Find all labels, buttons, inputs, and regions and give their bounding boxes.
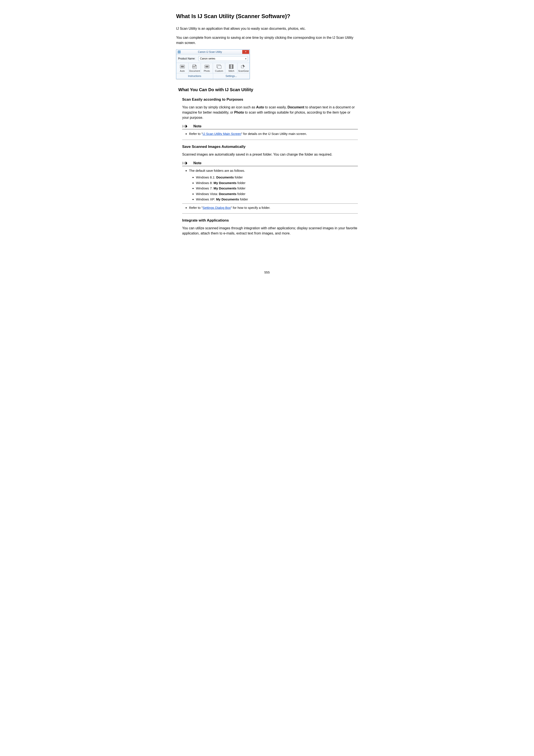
photo-icon	[204, 64, 210, 69]
t: " for how to specify a folder.	[231, 206, 270, 209]
scangear-icon	[241, 64, 246, 69]
section-heading: What You Can Do with IJ Scan Utility	[178, 87, 358, 92]
photo-label: Photo	[201, 69, 213, 72]
auto-label: Auto	[177, 69, 188, 72]
link-settings-dialog[interactable]: Settings Dialog Box	[203, 206, 231, 209]
note-block-2: Note The default save folders are as fol…	[182, 161, 358, 214]
document-button[interactable]: Document	[189, 63, 201, 73]
instructions-button[interactable]: Instructions	[176, 73, 213, 79]
sub-heading-integrate: Integrate with Applications	[182, 218, 358, 223]
os-folder-item: Windows 8: My Documents folder	[196, 180, 358, 186]
link-main-screen[interactable]: IJ Scan Utility Main Screen	[203, 132, 241, 136]
note-block-1: Note Refer to "IJ Scan Utility Main Scre…	[182, 124, 358, 140]
sub-heading-scan-easily: Scan Easily according to Purposes	[182, 97, 358, 102]
svg-marker-3	[182, 161, 184, 165]
page-number: 555	[176, 270, 358, 274]
note-title: Note	[193, 124, 202, 128]
intro-p2: You can complete from scanning to saving…	[176, 35, 358, 45]
titlebar: Canon IJ Scan Utility ×	[176, 50, 249, 55]
product-label: Product Name:	[178, 57, 198, 60]
settings-button[interactable]: Settings...	[213, 73, 250, 79]
t: to scan easily,	[264, 105, 288, 109]
window-title: Canon IJ Scan Utility	[178, 50, 242, 53]
stitch-icon	[228, 64, 234, 69]
chevron-down-icon: ▾	[245, 58, 246, 60]
auto-button[interactable]: Auto	[176, 63, 189, 73]
sec3-p: You can utilize scanned images through i…	[182, 226, 358, 236]
svg-marker-4	[184, 161, 186, 165]
stitch-label: Stitch	[226, 69, 237, 72]
stitch-button[interactable]: Stitch	[225, 63, 238, 73]
os-folder-item: Windows 7: My Documents folder	[196, 186, 358, 191]
chevrons-icon	[182, 124, 192, 128]
t: " for details on the IJ Scan Utility mai…	[241, 132, 307, 136]
note-intro: The default save folders are as follows.	[189, 168, 358, 174]
note-title: Note	[193, 161, 202, 165]
bottom-row: Instructions Settings...	[176, 73, 249, 79]
sec2-p: Scanned images are automatically saved i…	[182, 152, 358, 157]
scangear-button[interactable]: ScanGear	[238, 63, 249, 73]
auto-icon	[179, 64, 185, 69]
svg-marker-2	[186, 124, 187, 128]
chevrons-icon	[182, 161, 192, 165]
product-value: Canon series	[200, 57, 215, 60]
os-folder-item: Windows 8.1: Documents folder	[196, 175, 358, 180]
t: Refer to "	[189, 132, 203, 136]
sub-heading-save: Save Scanned Images Automatically	[182, 145, 358, 149]
t: Document	[288, 105, 304, 109]
custom-icon	[216, 64, 222, 69]
t: Auto	[256, 105, 264, 109]
scangear-label: ScanGear	[238, 69, 249, 72]
custom-button[interactable]: Custom	[213, 63, 225, 73]
app-window: Canon IJ Scan Utility × Product Name: Ca…	[176, 49, 250, 79]
svg-marker-5	[186, 161, 187, 165]
photo-button[interactable]: Photo	[201, 63, 213, 73]
product-select[interactable]: Canon series ▾	[198, 56, 248, 61]
document-label: Document	[189, 69, 200, 72]
document-icon	[191, 64, 198, 69]
svg-marker-0	[182, 124, 184, 128]
page-title: What Is IJ Scan Utility (Scanner Softwar…	[176, 13, 358, 20]
t: Photo	[234, 111, 244, 114]
t: Refer to "	[189, 206, 203, 209]
note-ref: Refer to "Settings Dialog Box" for how t…	[189, 205, 358, 210]
t: You can scan by simply clicking an icon …	[182, 105, 256, 109]
product-row: Product Name: Canon series ▾	[176, 55, 249, 63]
os-folder-item: Windows Vista: Documents folder	[196, 191, 358, 197]
intro-p1: IJ Scan Utility is an application that a…	[176, 26, 358, 31]
close-icon[interactable]: ×	[242, 50, 249, 54]
svg-marker-1	[184, 124, 186, 128]
note-item: Refer to "IJ Scan Utility Main Screen" f…	[189, 131, 358, 137]
scan-buttons-row: Auto Document Photo Custom Stitch ScanGe…	[176, 63, 249, 73]
os-folder-item: Windows XP: My Documents folder	[196, 197, 358, 202]
sec1-p: You can scan by simply clicking an icon …	[182, 105, 358, 120]
custom-label: Custom	[214, 69, 225, 72]
